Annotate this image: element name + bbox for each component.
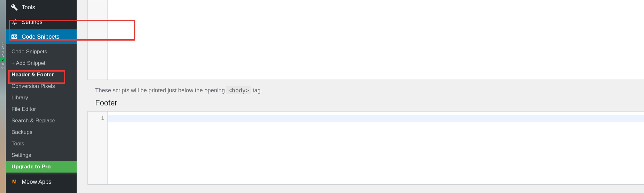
sidebar-item-settings[interactable]: Settings [6,15,77,29]
submenu-search-replace[interactable]: Search & Replace [6,115,77,127]
submenu-conversion-pixels[interactable]: Conversion Pixels [6,81,77,92]
sidebar-item-label: Code Snippets [22,34,59,40]
editor-textarea[interactable] [108,0,644,80]
body-scripts-editor[interactable] [87,0,644,80]
footer-section-title: Footer [95,98,625,107]
submenu-header-footer[interactable]: Header & Footer [6,69,77,81]
editor-gutter [88,0,108,80]
sidebar-item-code-snippets[interactable]: Code Snippets [6,29,77,44]
editor-line-numbers: 1 [88,112,108,184]
editor-active-line [108,115,644,122]
body-scripts-description: These scripts will be printed just below… [95,87,625,94]
wrench-icon [10,3,19,12]
editor-textarea[interactable] [108,112,644,184]
code-snippets-icon [10,33,19,41]
code-snippets-submenu: Code Snippets + Add Snippet Header & Foo… [6,44,77,174]
submenu-settings[interactable]: Settings [6,150,77,161]
line-number: 1 [88,115,104,121]
sidebar-item-label: Tools [22,4,35,11]
submenu-add-snippet[interactable]: + Add Snippet [6,58,77,69]
sidebar-item-meow-apps[interactable]: M Meow Apps [6,174,77,189]
sidebar-item-label: Settings [22,19,42,26]
meow-apps-icon: M [10,178,19,186]
body-tag-code: <body> [226,86,251,94]
submenu-tools[interactable]: Tools [6,138,77,150]
submenu-backups[interactable]: Backups [6,127,77,138]
strip-stats: 1 /s 4 /s J % °C [0,42,6,70]
submenu-library[interactable]: Library [6,92,77,104]
system-sidebar-strip: 1 /s 4 /s J % °C [0,0,6,193]
sidebar-item-tools[interactable]: Tools [6,0,77,15]
sliders-icon [10,18,19,26]
footer-scripts-editor[interactable]: 1 [87,111,644,185]
main-content: These scripts will be printed just below… [77,0,644,193]
submenu-upgrade-pro[interactable]: Upgrade to Pro [6,161,77,173]
sidebar-item-label: Meow Apps [22,179,51,185]
submenu-code-snippets[interactable]: Code Snippets [6,46,77,58]
submenu-file-editor[interactable]: File Editor [6,104,77,115]
admin-sidebar: Tools Settings Code Snippets Code Snippe… [6,0,77,193]
